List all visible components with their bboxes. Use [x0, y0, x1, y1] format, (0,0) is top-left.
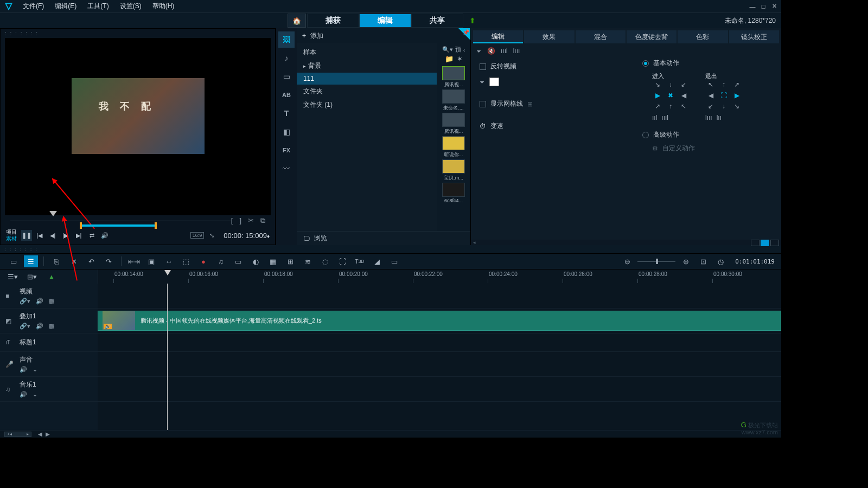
menu-help[interactable]: 帮助(H) [147, 2, 180, 11]
opt-tab-chroma[interactable]: 色度键去背 [627, 30, 676, 43]
maximize-button[interactable]: □ [758, 3, 768, 10]
fx-icon[interactable]: ▩ [49, 298, 54, 305]
close-button[interactable]: ✕ [769, 3, 779, 10]
menu-settings[interactable]: 设置(S) [114, 2, 147, 11]
mode-project-label[interactable]: 项目 [6, 229, 17, 235]
view-mode-2[interactable] [761, 240, 769, 246]
enter-direction-grid[interactable]: ↘↓↙ ▶✖◀ ↗↑↖ [652, 80, 689, 111]
paint-button[interactable]: ◢ [370, 255, 384, 267]
timeline-ruler[interactable]: 00:00:14:00 00:00:16:00 00:00:18:00 00:0… [98, 269, 781, 284]
opt-tab-edit[interactable]: 编辑 [473, 30, 523, 43]
tab-capture[interactable]: 捕获 [307, 14, 359, 28]
folder-folder1[interactable]: 文件夹 (1) [297, 98, 437, 112]
multi-cam-button[interactable]: ▦ [266, 255, 280, 267]
track-header-music[interactable]: ♫ 音乐1 🔊⌄ [0, 377, 98, 402]
panel-grip[interactable]: : : : : : : : [1, 29, 275, 38]
opt-tab-effect[interactable]: 效果 [524, 30, 574, 43]
timeline-timecode[interactable]: 0:01:01:019 [735, 258, 775, 265]
mute-icon[interactable]: 🔊 [20, 366, 27, 373]
mute-icon[interactable]: 🔊 [36, 298, 43, 305]
zoom-slider[interactable] [637, 261, 675, 262]
track-add-icon[interactable]: ⊟▾ [25, 271, 39, 282]
pin-icon[interactable] [458, 28, 470, 40]
lib-fx-icon[interactable]: FX [278, 142, 295, 158]
lib-audio-icon[interactable]: ♪ [278, 50, 295, 66]
fx-icon[interactable]: ▩ [49, 323, 54, 330]
aspect-ratio-badge[interactable]: 16:9 [190, 232, 205, 239]
opt-tab-lens[interactable]: 镜头校正 [729, 30, 779, 43]
redo-button[interactable]: ↷ [101, 255, 116, 267]
link-icon[interactable]: 🔗▾ [20, 298, 30, 305]
track-header-title[interactable]: ıT 标题1 [0, 333, 98, 352]
folder-background[interactable]: ▸背景 [297, 59, 437, 73]
grid-icon[interactable]: ⊞ [527, 100, 533, 108]
import-icon[interactable]: 📁 [445, 55, 454, 63]
prev-frame-button[interactable]: ◀| [47, 230, 58, 241]
volume-button[interactable]: 🔊 [99, 230, 110, 241]
lib-path-icon[interactable]: 〰 [278, 160, 295, 177]
reverse-checkbox[interactable] [480, 63, 486, 70]
overlay-clip[interactable]: 腾讯视频 - 中国领先的在线视频媒体平台,海量高清视频在线观看_2.ts [98, 311, 781, 331]
3d-title-button[interactable]: T3D [353, 255, 367, 267]
zoom-out-button[interactable]: ⊖ [620, 255, 634, 267]
mask-button[interactable]: ⛶ [335, 255, 349, 267]
track-lane-title[interactable] [98, 333, 781, 352]
basic-motion-radio[interactable] [642, 60, 649, 67]
grid-checkbox[interactable] [480, 101, 486, 107]
track-lane-voice[interactable] [98, 352, 781, 377]
lib-overlay-icon[interactable]: ◧ [278, 124, 295, 140]
home-button[interactable]: 🏠 [288, 14, 306, 28]
playhead-line[interactable] [167, 284, 168, 430]
pan-zoom-button[interactable]: ↔ [162, 255, 176, 267]
thumb-item[interactable]: 宝贝.m... [441, 159, 467, 182]
mode-material-label[interactable]: 素材 [6, 235, 17, 242]
folder-sample[interactable]: 样本 [297, 46, 437, 59]
transform-button[interactable]: ⬚ [179, 255, 193, 267]
goto-start-button[interactable]: |◀ [34, 230, 45, 241]
screen-capture-button[interactable]: ▭ [387, 255, 401, 267]
mute-icon[interactable]: 🔊 [20, 391, 27, 398]
panel-grip[interactable]: : : : : : : : [0, 245, 781, 253]
zoom-in-button[interactable]: ⊕ [679, 255, 693, 267]
mark-out-icon[interactable]: ] [239, 216, 241, 225]
fadein-icon[interactable]: ıııl [501, 47, 508, 55]
thumb-item[interactable]: 6c8fc4... [441, 183, 467, 203]
preview-canvas[interactable] [5, 38, 271, 215]
background-color-swatch[interactable] [489, 78, 499, 86]
lib-media-icon[interactable]: 🖼 [278, 31, 295, 48]
opt-tab-color[interactable]: 色彩 [678, 30, 727, 43]
thumb-item[interactable]: 未命名.... [441, 89, 467, 112]
timeline-scrollbar[interactable]: +◂▸ [4, 432, 31, 437]
scroll-left-icon[interactable]: ◂ [473, 240, 476, 245]
folder-111[interactable]: 111 [297, 73, 437, 85]
view-mode-3[interactable] [770, 240, 779, 246]
storyboard-view-button[interactable]: ▭ [7, 255, 21, 267]
copy-button[interactable]: ⎘ [49, 255, 63, 267]
subtitle-button[interactable]: ▭ [231, 255, 245, 267]
track-lane-music[interactable] [98, 377, 781, 402]
track-lane-video[interactable] [98, 284, 781, 309]
loop-button[interactable]: ⇄ [86, 230, 97, 241]
track-header-overlay[interactable]: ◩ 叠加1 🔗▾🔊▩ [0, 309, 98, 333]
timeline-view-button[interactable]: ☰ [24, 255, 38, 267]
upload-icon[interactable]: ⬆ [465, 14, 480, 28]
fade-in-icon2[interactable]: ıııl [661, 114, 668, 121]
nav-next-icon[interactable]: ▶ [46, 431, 50, 437]
add-button[interactable]: 添加 [310, 31, 323, 41]
fade-out-icon2[interactable]: lıı [717, 114, 722, 121]
mute-icon[interactable]: 🔇 [487, 47, 495, 55]
settings-cog-icon[interactable]: ✶ [457, 55, 463, 63]
expand-icon[interactable]: ⌄ [33, 366, 37, 373]
thumb-item[interactable]: 听说你... [441, 136, 467, 158]
exit-direction-grid[interactable]: ↖↑↗ ◀⛶▶ ↙↓↘ [705, 80, 742, 111]
view-mode-1[interactable] [751, 240, 760, 246]
fade-out-icon[interactable]: lııı [705, 114, 712, 121]
tab-share[interactable]: 共享 [411, 14, 463, 28]
timecode-display[interactable]: 00:00: 15:009♦ [224, 232, 270, 240]
ruler-playhead[interactable] [164, 270, 171, 275]
speed-button[interactable]: 变速 [490, 121, 503, 131]
fadeout-icon[interactable]: lııı [513, 47, 520, 55]
lib-transition-icon[interactable]: ▭ [278, 68, 295, 85]
track-header-video[interactable]: ■ 视频 🔗▾🔊▩ [0, 284, 98, 309]
tracking-button[interactable]: ◌ [318, 255, 332, 267]
